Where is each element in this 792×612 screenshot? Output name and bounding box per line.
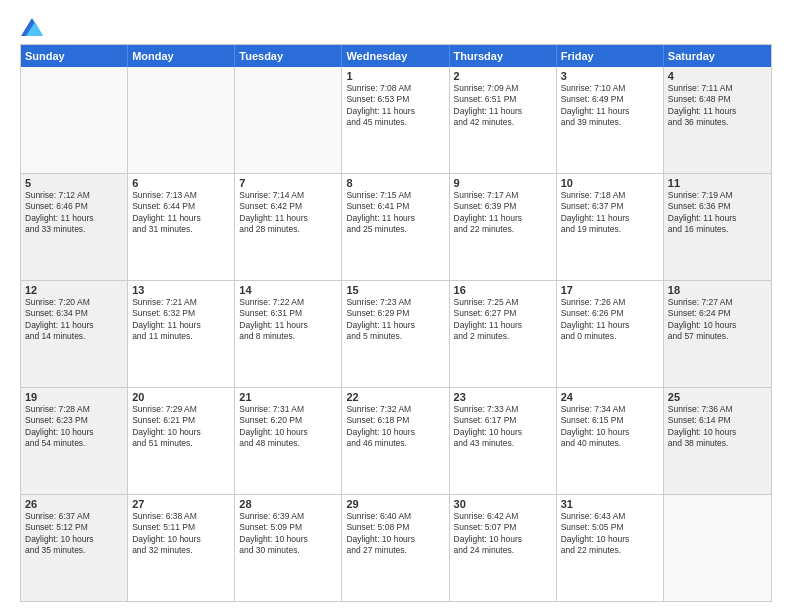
calendar-row-3: 12Sunrise: 7:20 AM Sunset: 6:34 PM Dayli… [21, 280, 771, 387]
calendar-body: 1Sunrise: 7:08 AM Sunset: 6:53 PM Daylig… [21, 67, 771, 601]
calendar-cell: 6Sunrise: 7:13 AM Sunset: 6:44 PM Daylig… [128, 174, 235, 280]
day-number: 4 [668, 70, 767, 82]
calendar-cell: 2Sunrise: 7:09 AM Sunset: 6:51 PM Daylig… [450, 67, 557, 173]
day-number: 31 [561, 498, 659, 510]
day-number: 18 [668, 284, 767, 296]
calendar-cell: 24Sunrise: 7:34 AM Sunset: 6:15 PM Dayli… [557, 388, 664, 494]
calendar-row-1: 1Sunrise: 7:08 AM Sunset: 6:53 PM Daylig… [21, 67, 771, 173]
cell-info: Sunrise: 7:11 AM Sunset: 6:48 PM Dayligh… [668, 83, 767, 129]
cell-info: Sunrise: 7:21 AM Sunset: 6:32 PM Dayligh… [132, 297, 230, 343]
calendar-cell: 21Sunrise: 7:31 AM Sunset: 6:20 PM Dayli… [235, 388, 342, 494]
day-number: 7 [239, 177, 337, 189]
calendar-cell: 13Sunrise: 7:21 AM Sunset: 6:32 PM Dayli… [128, 281, 235, 387]
calendar-cell: 30Sunrise: 6:42 AM Sunset: 5:07 PM Dayli… [450, 495, 557, 601]
calendar-cell: 25Sunrise: 7:36 AM Sunset: 6:14 PM Dayli… [664, 388, 771, 494]
day-number: 14 [239, 284, 337, 296]
cell-info: Sunrise: 6:42 AM Sunset: 5:07 PM Dayligh… [454, 511, 552, 557]
calendar-row-2: 5Sunrise: 7:12 AM Sunset: 6:46 PM Daylig… [21, 173, 771, 280]
cell-info: Sunrise: 7:18 AM Sunset: 6:37 PM Dayligh… [561, 190, 659, 236]
day-number: 1 [346, 70, 444, 82]
day-number: 30 [454, 498, 552, 510]
day-header-tuesday: Tuesday [235, 45, 342, 67]
cell-info: Sunrise: 7:13 AM Sunset: 6:44 PM Dayligh… [132, 190, 230, 236]
calendar-cell: 23Sunrise: 7:33 AM Sunset: 6:17 PM Dayli… [450, 388, 557, 494]
calendar-cell: 19Sunrise: 7:28 AM Sunset: 6:23 PM Dayli… [21, 388, 128, 494]
calendar-cell [235, 67, 342, 173]
cell-info: Sunrise: 7:15 AM Sunset: 6:41 PM Dayligh… [346, 190, 444, 236]
cell-info: Sunrise: 7:19 AM Sunset: 6:36 PM Dayligh… [668, 190, 767, 236]
calendar-cell: 27Sunrise: 6:38 AM Sunset: 5:11 PM Dayli… [128, 495, 235, 601]
cell-info: Sunrise: 7:12 AM Sunset: 6:46 PM Dayligh… [25, 190, 123, 236]
cell-info: Sunrise: 7:26 AM Sunset: 6:26 PM Dayligh… [561, 297, 659, 343]
day-number: 16 [454, 284, 552, 296]
day-number: 15 [346, 284, 444, 296]
calendar-cell: 1Sunrise: 7:08 AM Sunset: 6:53 PM Daylig… [342, 67, 449, 173]
calendar-cell: 15Sunrise: 7:23 AM Sunset: 6:29 PM Dayli… [342, 281, 449, 387]
cell-info: Sunrise: 6:38 AM Sunset: 5:11 PM Dayligh… [132, 511, 230, 557]
day-number: 20 [132, 391, 230, 403]
calendar-cell [128, 67, 235, 173]
cell-info: Sunrise: 6:39 AM Sunset: 5:09 PM Dayligh… [239, 511, 337, 557]
day-header-monday: Monday [128, 45, 235, 67]
day-number: 22 [346, 391, 444, 403]
day-number: 9 [454, 177, 552, 189]
cell-info: Sunrise: 7:09 AM Sunset: 6:51 PM Dayligh… [454, 83, 552, 129]
cell-info: Sunrise: 7:20 AM Sunset: 6:34 PM Dayligh… [25, 297, 123, 343]
calendar-cell: 9Sunrise: 7:17 AM Sunset: 6:39 PM Daylig… [450, 174, 557, 280]
calendar-cell: 18Sunrise: 7:27 AM Sunset: 6:24 PM Dayli… [664, 281, 771, 387]
header [20, 18, 772, 34]
day-number: 10 [561, 177, 659, 189]
day-header-wednesday: Wednesday [342, 45, 449, 67]
cell-info: Sunrise: 7:10 AM Sunset: 6:49 PM Dayligh… [561, 83, 659, 129]
calendar-cell: 16Sunrise: 7:25 AM Sunset: 6:27 PM Dayli… [450, 281, 557, 387]
calendar-cell: 10Sunrise: 7:18 AM Sunset: 6:37 PM Dayli… [557, 174, 664, 280]
day-number: 23 [454, 391, 552, 403]
calendar-cell: 29Sunrise: 6:40 AM Sunset: 5:08 PM Dayli… [342, 495, 449, 601]
cell-info: Sunrise: 7:22 AM Sunset: 6:31 PM Dayligh… [239, 297, 337, 343]
calendar-cell: 31Sunrise: 6:43 AM Sunset: 5:05 PM Dayli… [557, 495, 664, 601]
cell-info: Sunrise: 7:29 AM Sunset: 6:21 PM Dayligh… [132, 404, 230, 450]
day-number: 8 [346, 177, 444, 189]
calendar-cell: 14Sunrise: 7:22 AM Sunset: 6:31 PM Dayli… [235, 281, 342, 387]
cell-info: Sunrise: 7:14 AM Sunset: 6:42 PM Dayligh… [239, 190, 337, 236]
calendar-cell: 4Sunrise: 7:11 AM Sunset: 6:48 PM Daylig… [664, 67, 771, 173]
cell-info: Sunrise: 6:37 AM Sunset: 5:12 PM Dayligh… [25, 511, 123, 557]
day-number: 3 [561, 70, 659, 82]
day-header-saturday: Saturday [664, 45, 771, 67]
day-header-sunday: Sunday [21, 45, 128, 67]
day-number: 2 [454, 70, 552, 82]
cell-info: Sunrise: 7:17 AM Sunset: 6:39 PM Dayligh… [454, 190, 552, 236]
day-number: 13 [132, 284, 230, 296]
day-number: 11 [668, 177, 767, 189]
day-number: 5 [25, 177, 123, 189]
day-number: 12 [25, 284, 123, 296]
cell-info: Sunrise: 7:36 AM Sunset: 6:14 PM Dayligh… [668, 404, 767, 450]
cell-info: Sunrise: 7:34 AM Sunset: 6:15 PM Dayligh… [561, 404, 659, 450]
day-number: 26 [25, 498, 123, 510]
day-number: 17 [561, 284, 659, 296]
calendar-cell: 28Sunrise: 6:39 AM Sunset: 5:09 PM Dayli… [235, 495, 342, 601]
cell-info: Sunrise: 7:28 AM Sunset: 6:23 PM Dayligh… [25, 404, 123, 450]
day-header-thursday: Thursday [450, 45, 557, 67]
day-number: 28 [239, 498, 337, 510]
calendar-cell: 7Sunrise: 7:14 AM Sunset: 6:42 PM Daylig… [235, 174, 342, 280]
calendar-cell: 12Sunrise: 7:20 AM Sunset: 6:34 PM Dayli… [21, 281, 128, 387]
cell-info: Sunrise: 6:40 AM Sunset: 5:08 PM Dayligh… [346, 511, 444, 557]
calendar-cell: 26Sunrise: 6:37 AM Sunset: 5:12 PM Dayli… [21, 495, 128, 601]
cell-info: Sunrise: 7:31 AM Sunset: 6:20 PM Dayligh… [239, 404, 337, 450]
calendar-cell [21, 67, 128, 173]
logo [20, 18, 43, 34]
day-number: 21 [239, 391, 337, 403]
cell-info: Sunrise: 6:43 AM Sunset: 5:05 PM Dayligh… [561, 511, 659, 557]
calendar-row-4: 19Sunrise: 7:28 AM Sunset: 6:23 PM Dayli… [21, 387, 771, 494]
calendar-cell: 3Sunrise: 7:10 AM Sunset: 6:49 PM Daylig… [557, 67, 664, 173]
cell-info: Sunrise: 7:25 AM Sunset: 6:27 PM Dayligh… [454, 297, 552, 343]
day-number: 29 [346, 498, 444, 510]
day-number: 24 [561, 391, 659, 403]
day-header-friday: Friday [557, 45, 664, 67]
day-number: 27 [132, 498, 230, 510]
cell-info: Sunrise: 7:32 AM Sunset: 6:18 PM Dayligh… [346, 404, 444, 450]
logo-icon [21, 18, 43, 36]
calendar-cell: 11Sunrise: 7:19 AM Sunset: 6:36 PM Dayli… [664, 174, 771, 280]
page: SundayMondayTuesdayWednesdayThursdayFrid… [0, 0, 792, 612]
